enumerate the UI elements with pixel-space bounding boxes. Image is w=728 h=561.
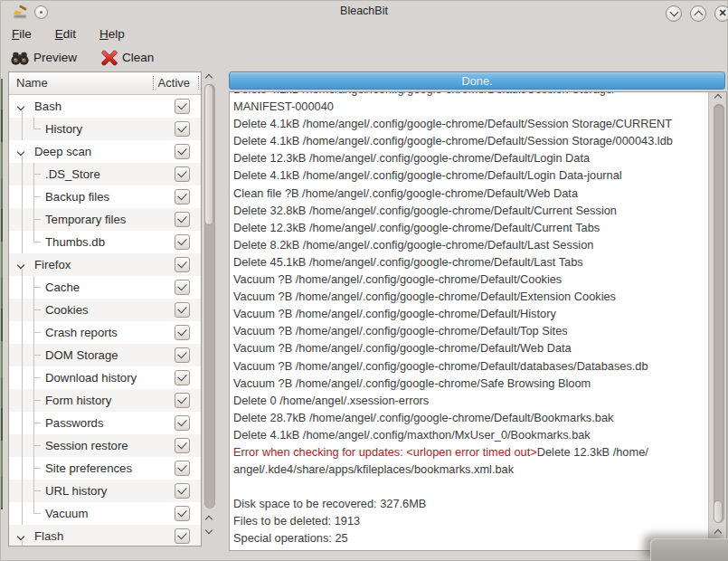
active-checkbox[interactable] — [175, 166, 190, 182]
active-checkbox[interactable] — [175, 483, 190, 499]
tree-line — [22, 156, 23, 163]
checkmark-icon — [177, 530, 187, 540]
log-line: Delete 8.2kB /home/angel/.config/google-… — [233, 236, 707, 253]
checkmark-icon — [177, 440, 187, 450]
tree-line — [33, 468, 41, 469]
active-checkbox[interactable] — [175, 393, 190, 408]
active-checkbox[interactable] — [175, 415, 190, 431]
scrollbar-track[interactable] — [714, 104, 724, 523]
menu-item-help[interactable]: Help — [94, 25, 130, 43]
log-scrollbar[interactable] — [712, 91, 726, 550]
tree-row[interactable]: History — [9, 118, 201, 140]
tree-line — [33, 423, 41, 423]
expander-chevron-icon[interactable] — [17, 261, 24, 269]
active-checkbox[interactable] — [175, 325, 190, 340]
tree-item-label: Session restore — [45, 439, 128, 452]
expander-chevron-icon[interactable] — [17, 148, 24, 156]
tree-row[interactable]: Download history — [9, 366, 201, 389]
tree-row[interactable]: Firefox — [9, 253, 201, 276]
close-button[interactable]: ✕ — [714, 5, 728, 22]
scroll-down-icon[interactable] — [206, 528, 213, 534]
tree-row[interactable]: Thumbs.db — [9, 231, 201, 253]
log-line: MANIFEST-000040 — [233, 98, 707, 115]
checkmark-icon — [177, 395, 187, 404]
tree-line — [22, 366, 23, 389]
column-header-active[interactable]: Active — [158, 76, 190, 90]
maximize-button[interactable] — [690, 5, 706, 22]
active-checkbox[interactable] — [175, 302, 190, 318]
active-checkbox[interactable] — [175, 257, 190, 272]
tree-row[interactable]: Deep scan — [9, 140, 201, 163]
log-line: Error when checking for updates: <urlope… — [233, 443, 707, 478]
tree-line — [33, 174, 41, 175]
tree-row[interactable]: DOM Storage — [9, 344, 201, 366]
tree-rows: BashHistoryDeep scan.DS_StoreBackup file… — [9, 95, 201, 547]
tree-row[interactable]: URL history — [9, 480, 201, 502]
column-header-name[interactable]: Name — [16, 76, 48, 90]
active-checkbox[interactable] — [175, 234, 190, 250]
tree-line — [33, 196, 41, 197]
log-line: Vacuum ?B /home/angel/.config/google-chr… — [233, 357, 707, 375]
tree-header[interactable]: Name Active — [9, 72, 201, 95]
active-checkbox[interactable] — [175, 461, 190, 476]
preview-button[interactable]: Preview — [6, 48, 80, 68]
tree-row[interactable]: Form history — [9, 389, 201, 412]
tree-row[interactable]: Passwords — [9, 412, 201, 434]
clean-label: Clean — [122, 51, 154, 64]
menu-item-file[interactable]: File — [6, 25, 37, 43]
log-line: Vacuum ?B /home/angel/.config/google-chr… — [233, 271, 707, 288]
tree-line — [33, 355, 41, 356]
expander-chevron-icon[interactable] — [17, 103, 24, 110]
tree-line — [22, 434, 23, 457]
tree-item-label: .DS_Store — [45, 167, 100, 181]
checkmark-icon — [177, 485, 187, 495]
tree-item-label: Bash — [34, 100, 61, 113]
tree-row[interactable]: .DS_Store — [9, 163, 201, 185]
tree-line — [22, 208, 23, 231]
active-checkbox[interactable] — [175, 212, 190, 227]
scroll-up-icon[interactable] — [206, 73, 213, 80]
clean-button[interactable]: Clean — [97, 48, 157, 68]
tree-row[interactable]: Session restore — [9, 434, 201, 457]
active-checkbox[interactable] — [175, 528, 190, 544]
active-checkbox[interactable] — [175, 347, 190, 363]
scroll-up-icon[interactable] — [715, 528, 722, 535]
tree-row[interactable]: Vacuum — [9, 502, 201, 525]
tree-scrollbar[interactable] — [203, 71, 217, 539]
active-checkbox[interactable] — [175, 280, 190, 295]
tree-row[interactable]: Bash — [9, 95, 201, 118]
tree-line — [33, 490, 41, 491]
active-checkbox[interactable] — [175, 438, 190, 453]
tree-item-label: Thumbs.db — [45, 235, 105, 249]
tree-line — [33, 513, 41, 514]
tree-item-label: Passwords — [45, 416, 104, 430]
tree-row[interactable]: Cookies — [9, 299, 201, 321]
active-checkbox[interactable] — [175, 506, 190, 521]
log-line: Vacuum ?B /home/angel/.config/google-chr… — [233, 339, 707, 357]
scroll-up-icon[interactable] — [206, 515, 213, 521]
tree-item-label: Deep scan — [34, 145, 91, 158]
expander-chevron-icon[interactable] — [17, 533, 24, 540]
progress-label: Done. — [230, 72, 724, 90]
tree-row[interactable]: Flash — [9, 525, 201, 547]
log-line: Delete 4.1kB /home/angel/.config/maxthon… — [233, 426, 707, 443]
tree-row[interactable]: Cache — [9, 276, 201, 299]
tree-line — [22, 110, 23, 118]
menu-item-edit[interactable]: Edit — [50, 25, 81, 43]
active-checkbox[interactable] — [175, 144, 190, 159]
menu-bar: FileEditHelp — [6, 24, 130, 44]
active-checkbox[interactable] — [175, 370, 190, 385]
active-checkbox[interactable] — [175, 99, 190, 114]
active-checkbox[interactable] — [175, 189, 190, 204]
active-checkbox[interactable] — [175, 121, 190, 137]
tree-line — [22, 269, 23, 276]
tree-row[interactable]: Crash reports — [9, 321, 201, 344]
scrollbar-thumb[interactable] — [714, 500, 723, 523]
scrollbar-thumb[interactable] — [204, 84, 213, 225]
title-bar[interactable]: BleachBit ✕ — [1, 1, 727, 23]
minimize-button[interactable] — [666, 5, 682, 22]
tree-row[interactable]: Temporary files — [9, 208, 201, 231]
tree-row[interactable]: Backup files — [9, 185, 201, 208]
tree-row[interactable]: Site preferences — [9, 457, 201, 480]
scroll-up-icon[interactable] — [715, 93, 722, 100]
